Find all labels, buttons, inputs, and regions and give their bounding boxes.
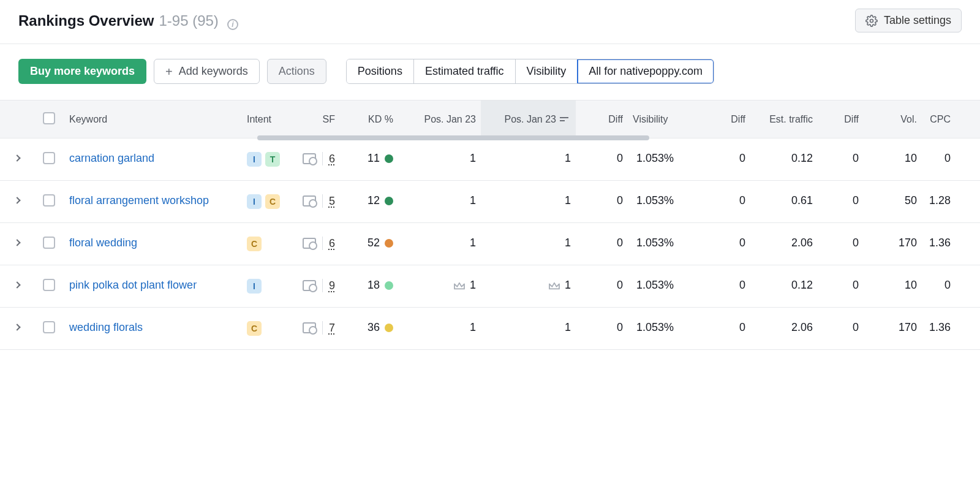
table-header: Keyword Intent SF KD % Pos. Jan 23 Pos. … <box>0 100 980 138</box>
tab-visibility[interactable]: Visibility <box>516 59 578 83</box>
col-diff1[interactable]: Diff <box>576 114 628 125</box>
row-checkbox-cell[interactable] <box>34 321 64 333</box>
rankings-table: Keyword Intent SF KD % Pos. Jan 23 Pos. … <box>0 100 980 350</box>
diff2-cell: 0 <box>704 237 750 249</box>
col-checkbox[interactable] <box>34 112 64 127</box>
serp-features-icon[interactable] <box>303 153 316 164</box>
cpc-cell: 1.36 <box>922 321 956 334</box>
intent-chip-i[interactable]: I <box>247 194 262 209</box>
diff2-cell: 0 <box>704 194 750 207</box>
serp-features-icon[interactable] <box>303 322 316 333</box>
cpc-cell: 0 <box>922 279 956 292</box>
expand-toggle[interactable] <box>0 279 34 287</box>
table-row: carnation garlandIT6111101.053%00.120100 <box>0 138 980 181</box>
page-header: Rankings Overview 1-95 (95) i Table sett… <box>0 0 980 44</box>
crown-icon <box>548 281 560 290</box>
keyword-link[interactable]: floral wedding <box>69 237 137 249</box>
chevron-right-icon <box>13 324 20 330</box>
info-icon[interactable]: i <box>227 19 238 30</box>
row-checkbox[interactable] <box>43 194 55 207</box>
intent-chip-i[interactable]: I <box>247 279 262 294</box>
col-kd[interactable]: KD % <box>340 114 398 125</box>
buy-keywords-button[interactable]: Buy more keywords <box>18 59 146 84</box>
pos1-value: 1 <box>470 279 476 292</box>
cpc-cell: 0 <box>922 152 956 165</box>
row-checkbox-cell[interactable] <box>34 194 64 207</box>
intent-chip-c[interactable]: C <box>265 194 280 209</box>
pos1-value: 1 <box>470 194 476 207</box>
col-est-traffic[interactable]: Est. traffic <box>750 114 818 125</box>
visibility-cell: 1.053% <box>628 194 704 207</box>
col-diff3[interactable]: Diff <box>818 114 864 125</box>
add-keywords-button[interactable]: + Add keywords <box>154 59 260 84</box>
kd-cell: 52 <box>340 237 398 249</box>
divider <box>322 237 323 250</box>
serp-features-icon[interactable] <box>303 195 316 207</box>
expand-toggle[interactable] <box>0 152 34 161</box>
est-traffic-cell: 0.61 <box>750 194 818 207</box>
diff3-cell: 0 <box>818 152 864 165</box>
row-checkbox-cell[interactable] <box>34 152 64 164</box>
sf-cell: 6 <box>291 237 340 250</box>
row-checkbox[interactable] <box>43 279 55 291</box>
checkbox-all[interactable] <box>43 112 55 124</box>
col-sf[interactable]: SF <box>291 114 340 125</box>
kd-dot-icon <box>385 324 393 332</box>
col-pos1[interactable]: Pos. Jan 23 <box>398 114 481 125</box>
expand-toggle[interactable] <box>0 194 34 203</box>
row-checkbox[interactable] <box>43 152 55 164</box>
actions-button[interactable]: Actions <box>267 59 326 84</box>
toolbar: Buy more keywords + Add keywords Actions… <box>0 44 980 100</box>
pos1-value: 1 <box>470 321 476 334</box>
col-pos2-label: Pos. Jan 23 <box>505 114 557 125</box>
expand-toggle[interactable] <box>0 321 34 330</box>
col-cpc[interactable]: CPC <box>922 114 956 125</box>
tab-estimated-traffic[interactable]: Estimated traffic <box>414 59 516 83</box>
est-traffic-cell: 0.12 <box>750 152 818 165</box>
col-vol[interactable]: Vol. <box>864 114 922 125</box>
col-intent[interactable]: Intent <box>242 114 291 125</box>
horizontal-scroll-indicator[interactable] <box>257 135 649 140</box>
vol-cell: 170 <box>864 237 922 249</box>
keyword-cell: floral wedding <box>64 237 242 249</box>
expand-toggle[interactable] <box>0 237 34 245</box>
keyword-link[interactable]: floral arrangement workshop <box>69 194 209 207</box>
kd-dot-icon <box>385 197 393 205</box>
keyword-link[interactable]: wedding florals <box>69 321 143 333</box>
sf-count[interactable]: 7 <box>329 322 335 335</box>
sf-count[interactable]: 5 <box>329 195 335 208</box>
col-visibility[interactable]: Visibility <box>628 114 704 125</box>
keyword-link[interactable]: pink polka dot plant flower <box>69 279 197 291</box>
vol-cell: 10 <box>864 152 922 165</box>
row-checkbox[interactable] <box>43 237 55 249</box>
intent-chip-c[interactable]: C <box>247 237 262 251</box>
intent-chip-t[interactable]: T <box>265 152 280 167</box>
sf-count[interactable]: 6 <box>329 153 335 165</box>
row-checkbox[interactable] <box>43 321 55 333</box>
keyword-link[interactable]: carnation garland <box>69 152 154 164</box>
keyword-cell: carnation garland <box>64 152 242 165</box>
col-pos2[interactable]: Pos. Jan 23 <box>481 100 576 138</box>
col-diff2[interactable]: Diff <box>704 114 750 125</box>
vol-cell: 10 <box>864 279 922 292</box>
row-checkbox-cell[interactable] <box>34 237 64 249</box>
intent-chip-i[interactable]: I <box>247 152 262 167</box>
kd-value: 36 <box>368 321 380 334</box>
chevron-right-icon <box>13 281 20 288</box>
sort-desc-icon <box>560 117 568 121</box>
sf-cell: 6 <box>291 152 340 165</box>
tab-positions[interactable]: Positions <box>347 59 414 83</box>
row-checkbox-cell[interactable] <box>34 279 64 291</box>
sf-count[interactable]: 6 <box>329 237 335 250</box>
intent-chip-c[interactable]: C <box>247 321 262 336</box>
pos2-cell: 1 <box>481 194 576 207</box>
serp-features-icon[interactable] <box>303 280 316 291</box>
chevron-right-icon <box>13 239 20 246</box>
diff1-cell: 0 <box>576 152 628 165</box>
sf-count[interactable]: 9 <box>329 279 335 292</box>
table-settings-button[interactable]: Table settings <box>855 9 962 32</box>
tab-all-for-nativepoppy-com[interactable]: All for nativepoppy.com <box>577 59 714 84</box>
col-keyword[interactable]: Keyword <box>64 114 242 125</box>
kd-cell: 18 <box>340 279 398 292</box>
serp-features-icon[interactable] <box>303 238 316 249</box>
